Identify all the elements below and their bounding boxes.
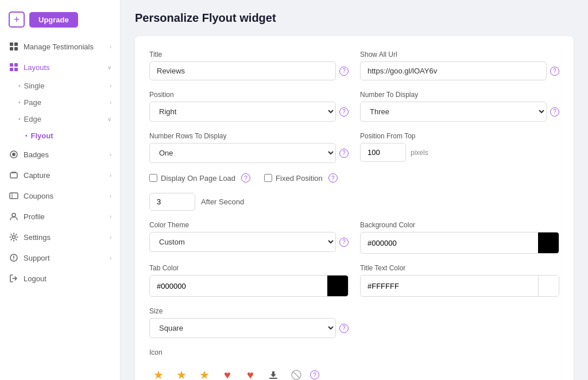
svg-point-12 (13, 259, 14, 260)
chevron-right-icon: › (110, 214, 111, 220)
sidebar-sub-label: Single (24, 82, 45, 90)
background-color-label: Background Color (360, 221, 559, 229)
page-title: Personalize Flyout widget (135, 11, 574, 25)
icon-label: Icon (149, 348, 559, 356)
number-to-display-info-icon[interactable]: ? (550, 107, 559, 117)
upgrade-button[interactable]: Upgrade (29, 12, 78, 28)
size-info-icon[interactable]: ? (339, 324, 349, 333)
sidebar-item-profile[interactable]: Profile › (0, 206, 120, 227)
number-to-display-select[interactable]: One Two Three Four Five (360, 102, 547, 122)
form-group-size: Size Square Rectangle ? (149, 307, 349, 338)
background-color-input[interactable] (361, 234, 538, 252)
form-row-title-url: Title ? Show All Url ? (149, 51, 559, 80)
form-group-title-text-color: Title Text Color (360, 264, 559, 297)
chevron-right-icon: › (110, 255, 111, 261)
svg-rect-6 (10, 173, 17, 178)
sidebar-item-layouts[interactable]: Layouts ∨ (0, 57, 120, 77)
sidebar-item-support[interactable]: Support › (0, 247, 120, 268)
fixed-position-checkbox-item[interactable]: Fixed Position ? (264, 173, 338, 183)
chevron-right-icon: › (110, 234, 111, 241)
sidebar-item-badges[interactable]: Badges › (0, 144, 120, 165)
display-on-page-load-checkbox[interactable] (149, 174, 157, 182)
star-yellow-icon-1[interactable]: ★ (149, 366, 168, 380)
chevron-right-icon: › (110, 152, 111, 158)
form-group-position-from-top: Position From Top pixels (360, 132, 559, 163)
sidebar-sub-item-flyout[interactable]: Flyout (18, 127, 120, 144)
color-theme-wrapper: Custom Light Dark ? (149, 232, 349, 252)
badge-icon (9, 149, 19, 160)
sidebar-item-settings[interactable]: Settings › (0, 227, 120, 247)
icon-info-icon[interactable]: ? (310, 370, 319, 379)
color-theme-info-icon[interactable]: ? (339, 238, 349, 247)
sidebar: + Upgrade Manage Testimonials › Layouts … (0, 0, 121, 380)
fixed-position-checkbox[interactable] (264, 174, 272, 182)
sidebar-item-label: Capture (24, 171, 105, 180)
support-icon (9, 253, 19, 263)
tab-color-swatch[interactable] (327, 276, 348, 296)
form-row-rows-top: Number Rows To Display One Two Three ? P… (149, 132, 559, 163)
chevron-right-icon: › (110, 83, 111, 89)
title-text-color-input-group (360, 275, 559, 297)
pixels-label: pixels (411, 149, 428, 157)
after-second-label: After Second (201, 197, 244, 206)
form-row-tab-title-color: Tab Color Title Text Color (149, 264, 559, 297)
sidebar-top: + Upgrade (0, 6, 120, 36)
plus-button[interactable]: + (9, 11, 25, 28)
svg-rect-2 (10, 68, 13, 71)
color-theme-select[interactable]: Custom Light Dark (149, 232, 336, 252)
form-group-tab-color: Tab Color (149, 264, 349, 297)
sidebar-sub-item-page[interactable]: Page › (18, 94, 120, 111)
star-yellow-icon-2[interactable]: ★ (172, 366, 191, 380)
color-theme-label: Color Theme (149, 221, 349, 229)
sidebar-sub-label: Edge (24, 115, 41, 123)
background-color-swatch[interactable] (538, 232, 559, 253)
download-icon[interactable] (264, 366, 283, 380)
position-from-top-input[interactable] (360, 143, 406, 162)
sidebar-item-label: Logout (24, 274, 111, 283)
position-label: Position (149, 91, 349, 99)
after-second-row: After Second (149, 193, 559, 211)
fixed-position-info-icon[interactable]: ? (328, 173, 338, 183)
number-rows-info-icon[interactable]: ? (339, 149, 349, 158)
form-group-show-all-url: Show All Url ? (360, 51, 559, 80)
title-text-color-swatch[interactable] (538, 276, 559, 296)
sidebar-item-capture[interactable]: Capture › (0, 165, 120, 185)
number-rows-select[interactable]: One Two Three (149, 143, 336, 163)
svg-point-9 (12, 214, 16, 217)
position-from-top-label: Position From Top (360, 132, 559, 140)
settings-card: Title ? Show All Url ? Position (135, 36, 574, 380)
display-on-page-load-label: Display On Page Load (161, 174, 235, 183)
layouts-icon (9, 62, 19, 72)
sidebar-item-label: Layouts (24, 63, 103, 72)
heart-red-icon-2[interactable]: ♥ (241, 366, 260, 380)
position-info-icon[interactable]: ? (339, 107, 349, 117)
sidebar-sub-item-edge[interactable]: Edge ∨ (18, 111, 120, 127)
number-rows-wrapper: One Two Three ? (149, 143, 349, 163)
show-all-url-info-icon[interactable]: ? (550, 67, 559, 76)
title-info-icon[interactable]: ? (339, 67, 349, 76)
sidebar-item-label: Profile (24, 212, 105, 221)
sidebar-item-coupons[interactable]: Coupons › (0, 185, 120, 206)
svg-line-15 (293, 371, 300, 378)
heart-red-icon-1[interactable]: ♥ (218, 366, 237, 380)
display-on-page-load-checkbox-item[interactable]: Display On Page Load ? (149, 173, 250, 183)
sidebar-item-logout[interactable]: Logout (0, 268, 120, 289)
tab-color-input[interactable] (150, 277, 327, 295)
profile-icon (9, 211, 19, 222)
sidebar-item-manage-testimonials[interactable]: Manage Testimonials › (0, 36, 120, 57)
size-select[interactable]: Square Rectangle (149, 318, 336, 338)
star-yellow-icon-3[interactable]: ★ (195, 366, 214, 380)
capture-icon (9, 170, 19, 180)
svg-rect-3 (14, 68, 18, 71)
sidebar-sub-label: Flyout (31, 131, 53, 140)
show-all-url-input[interactable] (360, 61, 547, 80)
sidebar-sub-item-single[interactable]: Single › (18, 77, 120, 94)
title-input[interactable] (149, 61, 336, 80)
title-text-color-input[interactable] (361, 277, 538, 295)
form-group-background-color: Background Color (360, 221, 559, 254)
position-select[interactable]: Right Left (149, 102, 336, 122)
display-on-page-load-info-icon[interactable]: ? (241, 173, 250, 183)
svg-rect-13 (269, 378, 277, 379)
no-icon[interactable] (287, 366, 305, 380)
after-second-input[interactable] (149, 193, 195, 211)
